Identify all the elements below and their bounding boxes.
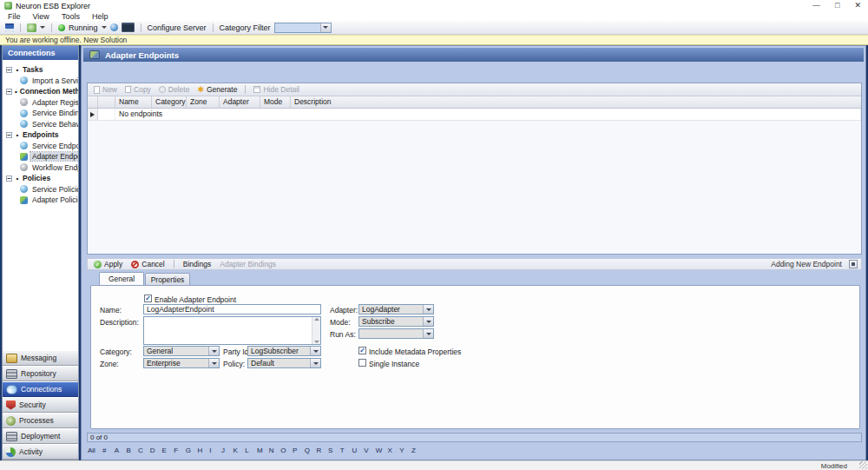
alpha-filter-h[interactable]: H <box>195 447 207 454</box>
nav-processes[interactable]: Processes <box>3 413 78 428</box>
alpha-filter-t[interactable]: T <box>338 447 350 454</box>
alpha-filter-i[interactable]: I <box>207 447 219 454</box>
alpha-filter-d[interactable]: D <box>148 447 160 454</box>
dropdown-arrow-icon[interactable] <box>310 359 320 367</box>
tree-item-service-behaviors[interactable]: Service Behaviors <box>3 119 78 130</box>
category-filter-select[interactable] <box>274 23 332 33</box>
alpha-filter-p[interactable]: P <box>290 447 302 454</box>
alpha-filter-a[interactable]: A <box>112 447 124 454</box>
configure-server-button[interactable]: Configure Server <box>148 23 207 32</box>
mode-select[interactable]: Subscribe <box>358 316 434 327</box>
collapse-panel-button[interactable] <box>849 260 858 268</box>
dropdown-arrow-icon[interactable] <box>320 23 331 32</box>
alpha-filter-u[interactable]: U <box>349 447 361 454</box>
tree-item-adapter-policies[interactable]: Adapter Policies <box>3 195 78 206</box>
refresh-icon[interactable] <box>110 23 118 31</box>
alpha-filter-z[interactable]: Z <box>409 447 421 454</box>
menu-help[interactable]: Help <box>86 12 115 21</box>
alpha-filter-x[interactable]: X <box>385 447 398 454</box>
save-icon[interactable] <box>5 23 14 32</box>
alpha-filter-n[interactable]: N <box>266 447 279 454</box>
running-label[interactable]: Running <box>69 23 98 32</box>
alpha-filter-c[interactable]: C <box>135 447 148 454</box>
column-header-category[interactable]: Category <box>152 96 187 108</box>
tab-properties[interactable]: Properties <box>145 273 190 285</box>
grid-empty-row[interactable]: No endpoints <box>88 109 861 121</box>
nav-repository[interactable]: Repository <box>3 366 78 381</box>
dropdown-arrow-icon[interactable] <box>423 305 433 314</box>
alpha-filter-e[interactable]: E <box>159 447 171 454</box>
column-header-name[interactable]: Name <box>115 96 152 108</box>
collapse-icon[interactable]: − <box>6 132 12 138</box>
dropdown-arrow-icon[interactable] <box>208 347 219 355</box>
party-id-select[interactable]: LogSubscriber <box>247 346 321 356</box>
chevron-down-icon[interactable] <box>40 26 45 29</box>
alpha-filter-k[interactable]: K <box>231 447 243 454</box>
nav-messaging[interactable]: Messaging <box>3 350 78 366</box>
description-textarea[interactable] <box>143 316 321 345</box>
dropdown-arrow-icon[interactable] <box>423 317 433 326</box>
tree-item-adapter-registration[interactable]: Adapter Registration <box>3 97 78 109</box>
column-header-zone[interactable]: Zone <box>187 96 220 108</box>
cancel-button[interactable]: Cancel <box>128 260 167 268</box>
tree-item-service-policies[interactable]: Service Policies <box>3 184 78 195</box>
tree-item-adapter-endpoints[interactable]: Adapter Endpoints <box>3 151 78 162</box>
column-header-mode[interactable]: Mode <box>260 96 291 108</box>
apply-button[interactable]: ✓ Apply <box>91 260 125 268</box>
tree-item-service-endpoints[interactable]: Service Endpoints <box>3 141 78 152</box>
alpha-filter-s[interactable]: S <box>326 447 338 454</box>
solution-icon[interactable] <box>27 23 36 32</box>
column-header-adapter[interactable]: Adapter <box>220 96 260 108</box>
generate-button[interactable]: ✱Generate <box>194 85 240 94</box>
column-header-description[interactable]: Description <box>291 96 861 108</box>
dropdown-arrow-icon[interactable] <box>208 359 219 367</box>
tree-item-import-a-service[interactable]: Import a Service <box>3 76 78 87</box>
row-selector-cell[interactable] <box>88 109 98 120</box>
alpha-filter-g[interactable]: G <box>183 447 195 454</box>
scroll-down-icon[interactable] <box>314 341 319 343</box>
dropdown-arrow-icon[interactable] <box>310 347 320 355</box>
scroll-up-icon[interactable] <box>314 318 319 321</box>
alpha-filter-l[interactable]: L <box>242 447 254 454</box>
tree-group-endpoints[interactable]: − • Endpoints <box>3 129 78 141</box>
alpha-filter-o[interactable]: O <box>278 447 290 454</box>
alpha-filter-f[interactable]: F <box>171 447 183 454</box>
alpha-filter-hash[interactable]: # <box>100 447 112 454</box>
resize-grip[interactable] <box>859 461 867 469</box>
alpha-filter-j[interactable]: J <box>219 447 231 454</box>
nav-deployment[interactable]: Deployment <box>3 428 78 444</box>
alpha-filter-r[interactable]: R <box>313 447 326 454</box>
tree-group-policies[interactable]: − • Policies <box>3 173 78 184</box>
console-icon[interactable] <box>122 23 135 32</box>
collapse-icon[interactable]: − <box>6 89 12 95</box>
run-as-select[interactable] <box>358 328 434 339</box>
alpha-filter-all[interactable]: All <box>85 447 100 454</box>
menu-file[interactable]: File <box>2 12 27 21</box>
alpha-filter-y[interactable]: Y <box>397 447 409 454</box>
menu-view[interactable]: View <box>27 12 56 21</box>
single-instance-checkbox[interactable] <box>358 359 366 367</box>
zone-select[interactable]: Enterprise <box>143 358 220 368</box>
menu-tools[interactable]: Tools <box>56 12 86 21</box>
alpha-filter-m[interactable]: M <box>254 447 266 454</box>
category-select[interactable]: General <box>143 346 220 356</box>
alpha-filter-q[interactable]: Q <box>302 447 314 454</box>
enable-endpoint-checkbox[interactable]: ✓ <box>144 295 152 302</box>
close-icon[interactable]: ✕ <box>854 0 861 11</box>
textarea-scrollbar[interactable] <box>312 317 320 344</box>
nav-activity[interactable]: Activity <box>3 444 78 460</box>
minimize-icon[interactable]: — <box>812 0 820 11</box>
adapter-select[interactable]: LogAdapter <box>358 304 434 314</box>
tree-item-workflow-endpoints[interactable]: Workflow Endpoints <box>3 162 78 174</box>
chevron-down-icon[interactable] <box>102 26 107 29</box>
nav-security[interactable]: Security <box>3 397 78 413</box>
collapse-icon[interactable]: − <box>6 67 12 73</box>
alpha-filter-w[interactable]: W <box>373 447 385 454</box>
tab-general[interactable]: General <box>99 272 144 285</box>
include-metadata-checkbox[interactable]: ✓ <box>358 347 366 354</box>
tree-group-tasks[interactable]: − • Tasks <box>3 64 78 76</box>
collapse-icon[interactable]: − <box>6 175 12 182</box>
maximize-icon[interactable]: □ <box>835 0 839 11</box>
nav-connections[interactable]: Connections <box>3 381 78 397</box>
bindings-button[interactable]: Bindings <box>181 260 214 268</box>
